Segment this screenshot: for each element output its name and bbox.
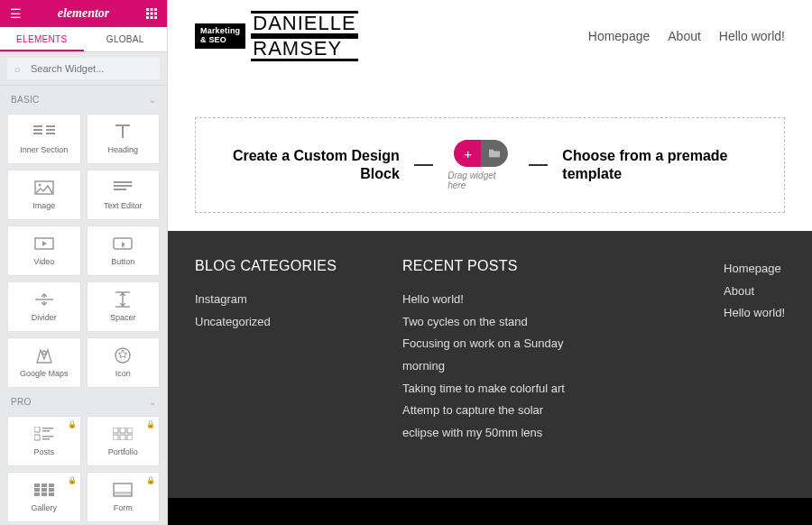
widget-video[interactable]: Video — [7, 226, 81, 276]
google-maps-icon — [33, 347, 55, 364]
site-nav: HomepageAboutHello world! — [570, 28, 785, 44]
apps-icon[interactable] — [145, 7, 158, 20]
svg-rect-34 — [120, 435, 125, 440]
svg-rect-35 — [127, 435, 133, 440]
widget-icon[interactable]: Icon — [87, 337, 161, 388]
site-logo[interactable]: Marketing & SEO DANIELLE RAMSEY — [195, 11, 358, 61]
svg-rect-33 — [113, 435, 118, 440]
footer-nav: HomepageAboutHello world! — [724, 258, 785, 507]
widget-posts[interactable]: Posts🔒 — [7, 416, 81, 466]
footer-heading: RECENT POSTS — [402, 258, 583, 274]
search-row: ⌕ — [0, 52, 167, 86]
canvas: ‹ Marketing & SEO DANIELLE RAMSEY Homepa… — [168, 0, 812, 525]
footer-link[interactable]: Homepage — [724, 258, 785, 281]
svg-rect-17 — [114, 181, 132, 183]
svg-rect-31 — [120, 428, 125, 433]
divider-icon — [33, 291, 55, 308]
svg-rect-9 — [33, 125, 42, 127]
widget-gallery[interactable]: Gallery🔒 — [7, 472, 81, 522]
footer-categories: BLOG CATEGORIES InstagramUncategorized — [195, 258, 357, 507]
widget-portfolio[interactable]: Portfolio🔒 — [87, 416, 161, 466]
svg-rect-43 — [42, 493, 47, 496]
svg-rect-24 — [34, 427, 40, 432]
svg-rect-0 — [146, 8, 149, 11]
footer-link[interactable]: Focusing on work on a Sunday morning — [402, 333, 583, 377]
widget-label: Heading — [107, 145, 138, 154]
add-section-button[interactable]: + — [454, 140, 481, 167]
svg-rect-44 — [49, 493, 54, 496]
widget-google-maps[interactable]: Google Maps — [7, 337, 81, 388]
footer-heading: BLOG CATEGORIES — [195, 258, 357, 274]
svg-rect-26 — [42, 428, 53, 429]
lock-icon: 🔒 — [68, 420, 77, 428]
svg-rect-11 — [33, 129, 42, 131]
svg-rect-32 — [127, 428, 133, 433]
search-icon: ⌕ — [14, 63, 21, 74]
menu-icon[interactable]: ☰ — [9, 7, 22, 20]
widget-label: Portfolio — [108, 447, 138, 456]
template-library-button[interactable] — [481, 140, 508, 167]
widget-spacer[interactable]: Spacer — [87, 281, 161, 332]
widget-text-editor[interactable]: Text Editor — [87, 170, 161, 220]
svg-rect-38 — [49, 484, 54, 487]
search-input[interactable] — [7, 58, 160, 79]
section-basic[interactable]: BASIC ⌄ — [0, 86, 167, 114]
svg-rect-27 — [42, 430, 50, 432]
svg-point-16 — [38, 184, 41, 187]
widget-label: Divider — [32, 313, 57, 322]
section-pro[interactable]: PRO ⌄ — [0, 388, 167, 416]
section-label: PRO — [11, 397, 32, 407]
widget-inner-section[interactable]: Inner Section — [7, 114, 81, 164]
footer-link[interactable]: Uncategorized — [195, 311, 357, 334]
widget-image[interactable]: Image — [7, 170, 81, 220]
spacer-icon — [112, 291, 134, 308]
dz-connector — [529, 164, 548, 166]
footer-link[interactable]: Instagram — [195, 289, 357, 311]
logo-name: DANIELLE RAMSEY — [251, 11, 357, 61]
widget-button[interactable]: Button — [87, 226, 161, 276]
widget-heading[interactable]: Heading — [87, 114, 161, 164]
svg-rect-40 — [42, 488, 47, 492]
widgets-basic: Inner SectionHeadingImageText EditorVide… — [0, 114, 167, 388]
tab-global[interactable]: GLOBAL — [84, 27, 168, 51]
dz-connector — [414, 164, 433, 166]
dz-left-text: Create a Custom Design Block — [196, 147, 400, 183]
footer-link[interactable]: Hello world! — [724, 302, 785, 325]
svg-rect-6 — [146, 16, 149, 19]
video-icon — [33, 235, 55, 252]
svg-rect-46 — [114, 493, 132, 496]
nav-link[interactable]: About — [668, 29, 701, 43]
drop-zone[interactable]: Create a Custom Design Block + Drag widg… — [195, 117, 785, 213]
svg-rect-7 — [150, 16, 152, 19]
footer-link[interactable]: Taking time to make colorful art — [402, 378, 583, 401]
svg-rect-41 — [49, 488, 54, 492]
posts-icon — [33, 426, 55, 442]
elementor-sidebar: ☰ elementor ELEMENTS GLOBAL ⌕ BASIC ⌄ In… — [0, 0, 168, 525]
button-icon — [112, 235, 134, 252]
widget-divider[interactable]: Divider — [7, 281, 81, 332]
svg-rect-8 — [154, 16, 157, 19]
footer-link[interactable]: Hello world! — [402, 289, 583, 311]
svg-rect-1 — [150, 8, 152, 11]
svg-rect-18 — [114, 185, 132, 187]
dz-right-text: Choose from a premade template — [562, 147, 784, 183]
widget-form[interactable]: Form🔒 — [87, 472, 161, 522]
svg-point-22 — [42, 351, 46, 355]
footer-link[interactable]: Two cycles on the stand — [402, 311, 583, 334]
svg-rect-36 — [34, 484, 40, 487]
svg-rect-30 — [113, 428, 118, 433]
sidebar-topbar: ☰ elementor — [0, 0, 167, 27]
lock-icon: 🔒 — [68, 476, 77, 484]
footer-link[interactable]: Attemp to capture the solar eclipse with… — [402, 400, 583, 444]
heading-icon — [112, 124, 134, 140]
image-icon — [33, 180, 55, 196]
footer-link[interactable]: About — [724, 281, 785, 303]
tab-elements[interactable]: ELEMENTS — [0, 27, 84, 51]
widget-label: Image — [32, 201, 55, 210]
nav-link[interactable]: Hello world! — [719, 29, 785, 43]
svg-rect-39 — [34, 488, 40, 492]
nav-link[interactable]: Homepage — [588, 29, 651, 43]
widget-label: Spacer — [110, 313, 136, 322]
widget-label: Form — [114, 503, 133, 512]
footer-recent-posts: RECENT POSTS Hello world!Two cycles on t… — [402, 258, 583, 507]
